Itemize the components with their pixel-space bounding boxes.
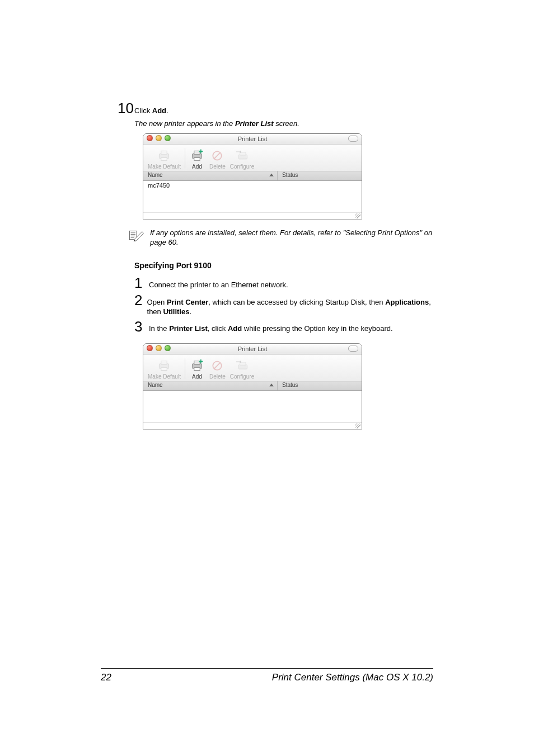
step-1-number: 1 [134,276,149,291]
t-bold: Applications [385,298,429,306]
step-1: 1 Connect the printer to an Ethernet net… [151,276,433,291]
printer-list-window-1: Printer List Make Default Add [143,133,362,220]
t-bold: Utilities [163,307,189,316]
t-bold: Add [228,324,242,333]
svg-line-10 [214,152,220,158]
col-status-label: Status [282,172,298,178]
svg-rect-12 [240,152,245,155]
step-1-text: Connect the printer to an Ethernet netwo… [149,276,288,290]
minimize-icon[interactable] [156,345,162,351]
step-10-sub-suffix: screen. [274,119,299,128]
traffic-light-buttons [147,135,171,141]
add-button[interactable]: Add [187,146,207,171]
svg-rect-29 [240,362,245,365]
t: . [189,307,191,316]
page: 10 Click Add. The new printer appears in… [0,0,534,756]
svg-rect-23 [194,368,200,371]
step-10-number: 10 [118,101,134,115]
step-10-text: Click Add. [134,106,168,116]
step-10-subline: The new printer appears in the Printer L… [134,119,433,128]
step-10-sub-prefix: The new printer appears in the [134,119,235,128]
step-3-text: In the Printer List, click Add while pre… [149,319,393,334]
configure-button: Configure [228,356,256,381]
make-default-button: Make Default [146,146,183,171]
footer-title: Print Center Settings (Mac OS X 10.2) [272,672,433,683]
table-rows: mc7450 [143,181,362,212]
close-icon[interactable] [147,345,153,351]
add-label: Add [192,374,202,380]
note-text: If any options are installed, select the… [150,228,433,248]
sort-asc-icon [269,384,274,386]
svg-rect-1 [161,151,167,154]
configure-label: Configure [230,164,254,170]
minimize-icon[interactable] [156,135,162,141]
zoom-icon[interactable] [165,135,171,141]
col-status[interactable]: Status [278,171,362,180]
delete-button: Delete [207,146,228,171]
col-name[interactable]: Name [143,381,278,390]
table-rows [143,391,362,422]
table-row[interactable]: mc7450 [143,181,362,190]
toolbar-toggle-icon[interactable] [348,136,358,142]
step-2: 2 Open Print Center, which can be access… [151,293,433,317]
step-10-suffix: . [166,106,168,115]
section-heading: Specifying Port 9100 [134,261,433,270]
delete-label: Delete [209,164,226,170]
toolbar-separator [185,148,185,169]
zoom-icon[interactable] [165,345,171,351]
col-name[interactable]: Name [143,171,278,180]
resize-handle[interactable] [143,212,362,220]
t: , click [208,324,228,333]
page-number: 22 [101,672,111,683]
configure-icon [235,359,250,372]
toolbar: Make Default Add Delete Configure [143,354,362,381]
printer-icon [156,149,172,162]
make-default-label: Make Default [148,164,181,170]
step-10-sub-bold: Printer List [235,119,274,128]
svg-rect-5 [194,157,200,160]
note-icon [129,228,144,244]
step-10: 10 Click Add. [134,101,433,116]
printer-icon [156,359,172,372]
configure-button: Configure [228,146,256,171]
close-icon[interactable] [147,135,153,141]
col-name-label: Name [148,172,163,178]
traffic-light-buttons [147,345,171,351]
resize-handle[interactable] [143,422,362,430]
sort-asc-icon [269,174,274,176]
printer-list-window-2: Printer List Make Default Add [143,343,362,430]
t-bold: Print Center [167,298,208,306]
t: while pressing the Option key in the key… [242,324,393,333]
footer-line: 22 Print Center Settings (Mac OS X 10.2) [101,672,433,683]
delete-icon [209,149,225,162]
printer-add-icon [189,149,205,162]
t-bold: Printer List [169,324,208,333]
col-status[interactable]: Status [278,381,362,390]
steps-block: 1 Connect the printer to an Ethernet net… [151,276,433,335]
col-name-label: Name [148,382,163,388]
configure-icon [235,149,250,162]
toolbar-toggle-icon[interactable] [348,346,358,352]
step-10-bold: Add [152,106,166,115]
t: Open [147,298,167,306]
window-title: Printer List [143,346,362,352]
footer-rule [101,668,433,669]
toolbar-separator [185,358,185,379]
table-header: Name Status [143,171,362,181]
step-3-number: 3 [134,319,149,334]
delete-icon [209,359,225,372]
t: , which can be accessed by clicking Star… [208,298,385,306]
add-label: Add [192,164,202,170]
printer-add-icon [189,359,205,372]
window-title: Printer List [143,136,362,142]
note: If any options are installed, select the… [129,228,433,248]
add-button[interactable]: Add [187,356,207,381]
step-10-prefix: Click [134,106,152,115]
svg-rect-20 [161,368,167,371]
step-2-number: 2 [134,293,147,308]
svg-rect-2 [161,157,167,160]
table-header: Name Status [143,381,362,391]
delete-button: Delete [207,356,228,381]
step-3: 3 In the Printer List, click Add while p… [151,319,433,334]
configure-label: Configure [230,374,254,380]
